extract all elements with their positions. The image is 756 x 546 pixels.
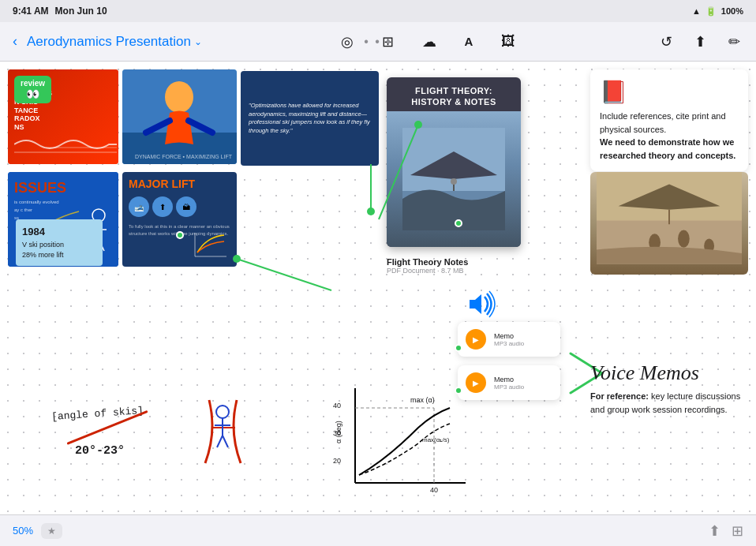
historical-photo[interactable] [590,172,748,275]
flight-theory-card[interactable]: FLIGHT THEORY:HISTORY & NOTES [387,77,521,247]
reference-body: Include references, cite print and physi… [600,111,726,134]
memo-1-play-button[interactable]: ▶ [466,329,486,350]
cloud-button[interactable]: ☁ [416,30,443,54]
review-badge: review 👀 [14,76,51,103]
svg-text:max (α): max (α) [410,396,435,404]
ski-circle-1: 🎿 [129,196,149,217]
slide-major-lift[interactable]: MAJOR LIFT 🎿 ⬆ 🏔 To fully look at this i… [122,172,237,267]
review-label: review [21,79,45,88]
handwriting-angle-label: [angle of skis] [51,405,144,423]
text-tool-button[interactable]: A [458,32,480,51]
review-eyes-icon: 👀 [26,88,39,100]
toolbar-right-icons: ↺ ⬆ ✏ [654,30,747,54]
status-bar-left: 9:41 AM Mon Jun 10 [13,6,107,17]
reference-card[interactable]: 📕 Include references, cite print and phy… [590,69,748,171]
hang-glider-svg [402,128,505,230]
wave-decoration [14,135,117,155]
major-lift-chart [191,229,230,260]
connector-line-bottom [229,243,426,322]
sticky-line1: V ski position [22,240,96,251]
reference-bold: We need to demonstrate how we researched… [600,137,735,160]
canvas: review 👀 NSDYNAMICSN SKISTANCERADOXNS [0,62,756,514]
svg-point-34 [216,406,229,418]
voice-memos-bold: For reference: [590,391,649,401]
svg-line-37 [217,436,223,447]
slide-ski-photo[interactable]: DYNAMIC FORCE ▪ MAXIMIZING LIFT [122,69,237,164]
memo-1-label: Memo [494,332,524,340]
document-title[interactable]: Aerodynamics Presentation ⌄ [27,34,202,50]
wifi-icon: ▲ [692,6,701,16]
flight-theory-title: FLIGHT THEORY:HISTORY & NOTES [387,77,521,111]
speaker-icon [466,290,497,324]
battery-label: 100% [721,6,743,16]
pencil-tool-button[interactable]: ◎ [335,30,360,54]
chart-svg: 40 30 20 α (deg) max (α) max(α₁/s) 40 [331,380,473,499]
bottom-right-icons: ⬆ ⊞ [709,522,743,540]
bottom-toolbar: 50% ★ ⬆ ⊞ [0,514,756,546]
status-bar: 9:41 AM Mon Jun 10 ▲ 🔋 100% [0,0,756,22]
svg-text:ay c          ther: ay c ther [14,208,32,212]
svg-text:40: 40 [333,402,341,410]
historical-photo-svg [597,172,742,268]
svg-line-21 [237,259,331,290]
voice-memos-title: Voice Memos [590,361,748,385]
angle-label-text: [angle of skis] [51,405,144,423]
title-chevron-icon: ⌄ [194,36,202,47]
toolbar-center-icons: ◎ ⊞ ☁ A 🖼 [208,30,648,54]
svg-text:20: 20 [333,457,341,465]
svg-line-38 [223,436,228,447]
degrees-text: 20°-23° [75,444,125,458]
svg-text:α (deg): α (deg) [335,421,342,443]
svg-point-31 [678,230,690,248]
major-lift-icons: 🎿 ⬆ 🏔 [122,196,237,217]
back-button[interactable]: ‹ [9,30,21,53]
image-tool-button[interactable]: 🖼 [495,30,522,53]
svg-point-4 [165,81,193,113]
history-button[interactable]: ↺ [654,30,679,54]
voice-memos-text: For reference: key lecture discussions a… [590,390,748,416]
green-dot-flight-theory [455,219,462,227]
toolbar-dots: • • • [364,35,392,49]
flight-theory-image [387,111,521,247]
ski-drawing-svg [189,392,276,471]
edit-button[interactable]: ✏ [722,30,747,54]
voice-memos-label: Voice Memos For reference: key lecture d… [590,361,748,416]
battery-icon: 🔋 [705,6,717,17]
dots-label: • • • [364,35,392,48]
star-button[interactable]: ★ [41,523,62,539]
network-icon[interactable]: ⬆ [709,522,720,540]
reference-text: Include references, cite print and physi… [600,110,739,162]
zoom-label[interactable]: 50% [13,525,33,537]
green-dot-memo2 [455,387,462,395]
toolbar: ‹ Aerodynamics Presentation ⌄ • • • ◎ ⊞ … [0,22,756,62]
memo-card-1[interactable]: ▶ Memo MP3 audio [458,322,560,357]
memo-2-label: Memo [494,376,524,383]
flight-theory-filetype: PDF Document · 8.7 MB [387,267,468,275]
green-dot-major-lift [176,231,184,239]
flight-theory-label-area: Flight Theory Notes PDF Document · 8.7 M… [387,257,468,275]
sticky-year: 1984 [22,224,96,240]
sticky-1984[interactable]: 1984 V ski position 28% more lift [16,219,103,266]
share-button[interactable]: ⬆ [688,30,713,54]
svg-text:is continually evolved: is continually evolved [14,200,59,204]
ski-jumper-photo-bg [122,69,237,164]
book-icon: 📕 [600,79,739,105]
degrees-annotation: 20°-23° [75,444,125,458]
svg-text:40: 40 [430,486,438,494]
status-bar-right: ▲ 🔋 100% [692,6,743,17]
green-dot-memo1 [455,344,462,352]
status-time: 9:41 AM [13,6,49,17]
memo-1-info: Memo MP3 audio [494,332,524,347]
flight-theory-filename: Flight Theory Notes [387,257,468,267]
memo-1-sublabel: MP3 audio [494,340,524,347]
chart-area: 40 30 20 α (deg) max (α) max(α₁/s) 40 [331,380,473,499]
major-lift-title: MAJOR LIFT [122,172,237,196]
status-day: Mon Jun 10 [55,6,107,17]
slide-ski-quote[interactable]: "Optimizations have allowed for increase… [241,71,379,166]
sticky-line2: 28% more lift [22,250,96,261]
ski-circle-2: ⬆ [152,196,173,217]
memo-2-sublabel: MP3 audio [494,383,524,391]
svg-point-26 [451,178,457,185]
speaker-svg [466,290,497,318]
grid-icon[interactable]: ⊞ [732,522,743,540]
